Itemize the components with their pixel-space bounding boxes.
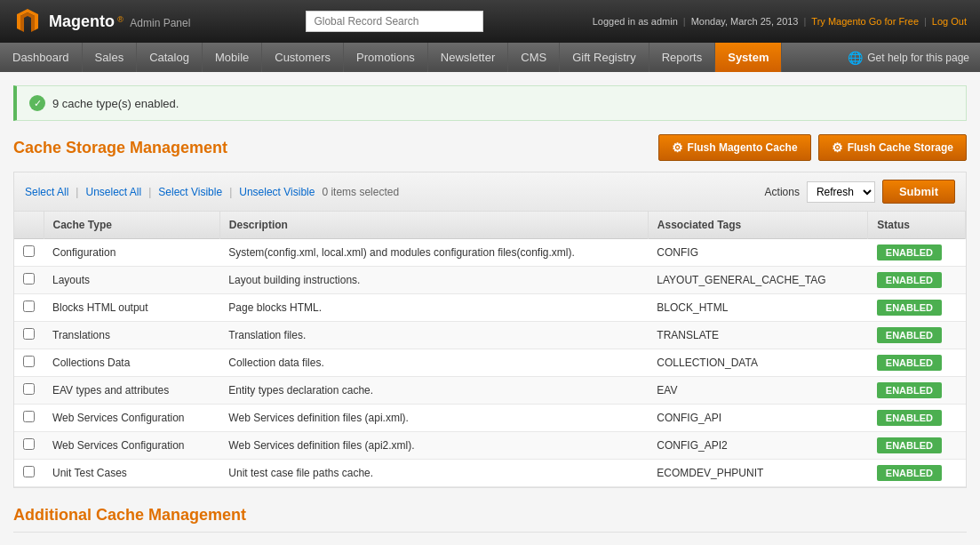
select-all-link[interactable]: Select All (25, 186, 68, 198)
row-checkbox[interactable] (23, 438, 35, 450)
header-right: Logged in as admin | Monday, March 25, 2… (593, 16, 967, 27)
row-cache-type: Unit Test Cases (44, 460, 219, 487)
row-checkbox-cell[interactable] (14, 460, 44, 487)
status-badge: ENABLED (877, 355, 942, 371)
row-status: ENABLED (868, 460, 966, 487)
try-magento-link[interactable]: Try Magento Go for Free (811, 16, 919, 27)
nav-item-gift-registry[interactable]: Gift Registry (560, 43, 649, 72)
flush-storage-label: Flush Cache Storage (848, 141, 953, 154)
help-link-text: Get help for this page (867, 52, 969, 64)
flush-magento-cache-button[interactable]: ⚙ Flush Magento Cache (658, 134, 811, 161)
table-row: Collections Data Collection data files. … (14, 349, 966, 377)
help-link[interactable]: 🌐 Get help for this page (837, 43, 980, 72)
row-tag: CONFIG_API (648, 405, 868, 432)
row-checkbox[interactable] (23, 328, 35, 340)
content: ✓ 9 cache type(s) enabled. Cache Storage… (0, 72, 980, 545)
table-row: EAV types and attributes Entity types de… (14, 377, 966, 405)
nav-item-newsletter[interactable]: Newsletter (428, 43, 508, 72)
logged-in-text: Logged in as admin (593, 16, 678, 27)
table-row: Unit Test Cases Unit test case file path… (14, 460, 966, 487)
table-row: Layouts Layout building instructions. LA… (14, 267, 966, 294)
flush-cache-storage-button[interactable]: ⚙ Flush Cache Storage (818, 134, 967, 161)
check-icon: ✓ (29, 95, 45, 111)
col-status: Status (868, 212, 966, 239)
row-tag: COLLECTION_DATA (648, 349, 868, 377)
nav-item-promotions[interactable]: Promotions (344, 43, 428, 72)
row-tag: BLOCK_HTML (648, 294, 868, 322)
row-status: ENABLED (868, 432, 966, 460)
row-checkbox-cell[interactable] (14, 239, 44, 267)
search-input[interactable] (306, 11, 483, 32)
cache-management-title: Cache Storage Management (13, 139, 227, 157)
row-checkbox-cell[interactable] (14, 432, 44, 460)
sep3: | (924, 16, 927, 27)
status-badge: ENABLED (877, 382, 942, 398)
nav-item-mobile[interactable]: Mobile (203, 43, 262, 72)
unselect-visible-link[interactable]: Unselect Visible (239, 186, 315, 198)
table-row: Web Services Configuration Web Services … (14, 405, 966, 432)
row-description: Entity types declaration cache. (219, 377, 648, 405)
nav-item-reports[interactable]: Reports (649, 43, 716, 72)
nav-item-system[interactable]: System (715, 43, 782, 72)
alert-message: 9 cache type(s) enabled. (52, 97, 179, 110)
alert-box: ✓ 9 cache type(s) enabled. (13, 85, 967, 121)
row-description: Collection data files. (219, 349, 648, 377)
row-checkbox-cell[interactable] (14, 349, 44, 377)
nav-item-sales[interactable]: Sales (83, 43, 138, 72)
status-badge: ENABLED (877, 410, 942, 426)
row-cache-type: Configuration (44, 239, 219, 267)
row-checkbox[interactable] (23, 245, 35, 257)
table-row: Blocks HTML output Page blocks HTML. BLO… (14, 294, 966, 322)
row-checkbox[interactable] (23, 273, 35, 285)
row-checkbox[interactable] (23, 466, 35, 477)
row-description: Web Services definition files (api2.xml)… (219, 432, 648, 460)
row-status: ENABLED (868, 322, 966, 349)
date-text: Monday, March 25, 2013 (691, 16, 799, 27)
row-tag: LAYOUT_GENERAL_CACHE_TAG (648, 267, 868, 294)
row-checkbox-cell[interactable] (14, 322, 44, 349)
col-checkbox (14, 212, 44, 239)
row-cache-type: Web Services Configuration (44, 405, 219, 432)
status-badge: ENABLED (877, 327, 942, 343)
row-checkbox-cell[interactable] (14, 294, 44, 322)
search-box[interactable] (306, 11, 483, 32)
row-status: ENABLED (868, 377, 966, 405)
row-description: Translation files. (219, 322, 648, 349)
nav-item-catalog[interactable]: Catalog (137, 43, 203, 72)
nav-item-customers[interactable]: Customers (262, 43, 344, 72)
submit-button[interactable]: Submit (882, 180, 955, 204)
row-checkbox[interactable] (23, 383, 35, 395)
row-description: Unit test case file paths cache. (219, 460, 648, 487)
row-status: ENABLED (868, 349, 966, 377)
row-checkbox-cell[interactable] (14, 405, 44, 432)
actions-select[interactable]: Refresh (807, 181, 875, 203)
row-status: ENABLED (868, 405, 966, 432)
row-checkbox[interactable] (23, 356, 35, 367)
logo-area: Magento ® Admin Panel (13, 7, 190, 36)
col-cache-type: Cache Type (44, 212, 219, 239)
row-cache-type: Blocks HTML output (44, 294, 219, 322)
sep-t2: | (148, 186, 151, 198)
nav-item-dashboard[interactable]: Dashboard (0, 43, 83, 72)
actions-area: Actions Refresh Submit (765, 180, 955, 204)
row-cache-type: Layouts (44, 267, 219, 294)
additional-cache-title: Additional Cache Management (13, 506, 967, 533)
logout-link[interactable]: Log Out (932, 16, 967, 27)
row-checkbox[interactable] (23, 301, 35, 312)
row-checkbox-cell[interactable] (14, 377, 44, 405)
row-checkbox-cell[interactable] (14, 267, 44, 294)
sep-t3: | (229, 186, 232, 198)
nav: Dashboard Sales Catalog Mobile Customers… (0, 43, 980, 72)
cache-table: Cache Type Description Associated Tags S… (14, 212, 966, 487)
row-tag: CONFIG (648, 239, 868, 267)
table-container: Select All | Unselect All | Select Visib… (13, 172, 967, 488)
row-cache-type: EAV types and attributes (44, 377, 219, 405)
gear-icon-2: ⚙ (832, 140, 843, 155)
unselect-all-link[interactable]: Unselect All (85, 186, 141, 198)
select-visible-link[interactable]: Select Visible (158, 186, 222, 198)
row-description: Layout building instructions. (219, 267, 648, 294)
nav-item-cms[interactable]: CMS (508, 43, 560, 72)
row-checkbox[interactable] (23, 411, 35, 422)
sep2: | (804, 16, 807, 27)
gear-icon-1: ⚙ (672, 140, 683, 155)
